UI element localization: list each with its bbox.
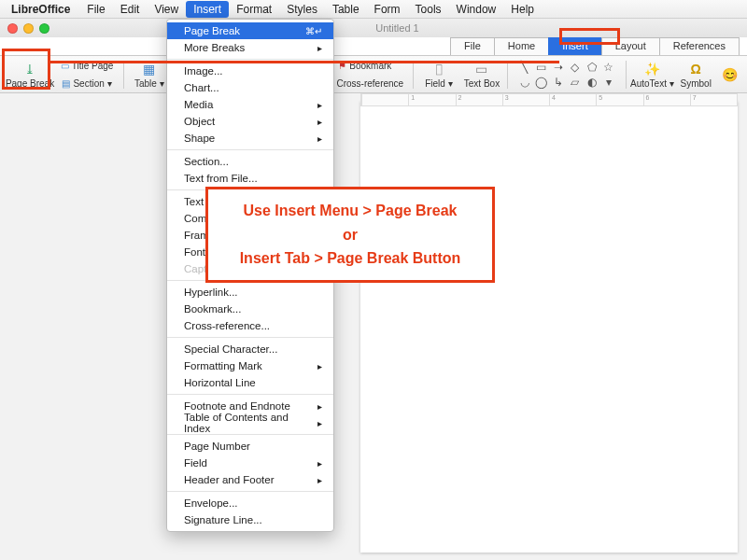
window-titlebar: Untitled 1 [0, 19, 747, 37]
shape-curve-icon[interactable]: ◡ [517, 76, 532, 89]
field-label: Field ▾ [425, 78, 452, 89]
table-label: Table ▾ [134, 78, 164, 89]
document-area: 1234567 [0, 93, 747, 560]
tab-file[interactable]: File [450, 37, 495, 55]
menu-item-bookmark[interactable]: Bookmark... [167, 301, 333, 317]
annotation-line2: or [221, 223, 479, 247]
annotation-callout: Use Insert Menu > Page Break or Insert T… [205, 187, 495, 283]
menu-item-media[interactable]: Media▸ [167, 96, 333, 113]
window-close-button[interactable] [7, 23, 18, 34]
separator [123, 61, 124, 89]
emoji-button[interactable]: 😊 [717, 58, 741, 91]
document-page[interactable]: 1234567 [360, 101, 738, 553]
menu-file[interactable]: File [79, 1, 112, 18]
annotation-line3: Insert Tab > Page Break Button [221, 246, 479, 271]
app-name: LibreOffice [11, 3, 70, 16]
menu-item-text-from-file[interactable]: Text from File... [167, 170, 333, 187]
menu-item-chart[interactable]: Chart... [167, 79, 333, 96]
shape-star-icon[interactable]: ☆ [601, 61, 616, 74]
separator [626, 61, 627, 89]
menu-item-image[interactable]: Image... [167, 63, 333, 79]
menu-item-field[interactable]: Field▸ [167, 455, 333, 471]
menu-item-more-breaks[interactable]: More Breaks▸ [167, 39, 333, 56]
menu-item-object[interactable]: Object▸ [167, 113, 333, 130]
autotext-icon: ✨ [643, 61, 660, 77]
menu-insert[interactable]: Insert [186, 1, 229, 18]
window-minimize-button[interactable] [23, 23, 34, 34]
menu-window[interactable]: Window [449, 1, 504, 18]
symbol-button[interactable]: Ω Symbol [674, 58, 717, 91]
menu-item-toc[interactable]: Table of Contents and Index▸ [167, 414, 333, 431]
section-label: Section ▾ [73, 78, 111, 89]
menu-item-signature[interactable]: Signature Line... [167, 511, 333, 528]
separator [413, 61, 414, 89]
menu-item-page-break[interactable]: Page Break⌘↵ [167, 22, 333, 39]
menu-item-horizontal-line[interactable]: Horizontal Line [167, 374, 333, 391]
horizontal-ruler[interactable]: 1234567 [360, 93, 738, 106]
menu-item-section[interactable]: Section... [167, 153, 333, 170]
annotation-line1: Use Insert Menu > Page Break [221, 199, 479, 223]
menu-table[interactable]: Table [325, 1, 367, 18]
shape-ellipse-icon[interactable]: ◯ [534, 76, 549, 89]
section-icon: ▤ [62, 78, 70, 89]
annotation-box-insert-tab [559, 28, 620, 45]
separator [507, 61, 508, 89]
menu-form[interactable]: Form [367, 1, 408, 18]
menu-item-envelope[interactable]: Envelope... [167, 495, 333, 511]
menu-item-formatting-mark[interactable]: Formatting Mark▸ [167, 357, 333, 374]
menu-edit[interactable]: Edit [113, 1, 148, 18]
autotext-button[interactable]: ✨ AutoText ▾ [629, 58, 674, 91]
title-page-button[interactable]: ▭ Title Page [54, 57, 120, 74]
shape-flow-icon[interactable]: ▱ [568, 76, 583, 89]
menu-help[interactable]: Help [503, 1, 542, 18]
cross-reference-label: Cross-reference [336, 78, 403, 89]
menu-view[interactable]: View [147, 1, 186, 18]
menu-item-header-footer[interactable]: Header and Footer▸ [167, 471, 333, 488]
menu-item-page-number[interactable]: Page Number [167, 438, 333, 455]
menu-format[interactable]: Format [229, 1, 279, 18]
shape-connector-icon[interactable]: ↳ [551, 76, 566, 89]
menu-item-special-character[interactable]: Special Character... [167, 341, 333, 357]
tab-home[interactable]: Home [494, 37, 549, 55]
symbol-label: Symbol [681, 78, 712, 89]
menu-item-shape[interactable]: Shape▸ [167, 130, 333, 147]
ribbon-tabs: File Home Insert Layout References [0, 37, 747, 56]
shape-more-icon[interactable]: ▾ [601, 76, 616, 89]
symbol-icon: Ω [687, 61, 704, 77]
emoji-icon: 😊 [721, 66, 738, 83]
shape-callout-icon[interactable]: ⬠ [585, 61, 599, 74]
section-button[interactable]: ▤ Section ▾ [54, 75, 120, 91]
autotext-label: AutoText ▾ [630, 78, 674, 89]
menu-item-hyperlink[interactable]: Hyperlink... [167, 284, 333, 301]
menu-tools[interactable]: Tools [408, 1, 449, 18]
window-title: Untitled 1 [55, 22, 740, 34]
menu-styles[interactable]: Styles [279, 1, 325, 18]
tab-references[interactable]: References [659, 37, 740, 55]
annotation-arrow [50, 61, 559, 63]
textbox-label: Text Box [464, 78, 500, 89]
shape-bubble-icon[interactable]: ◐ [585, 76, 599, 89]
shape-diamond-icon[interactable]: ◇ [568, 61, 583, 74]
menu-item-cross-reference[interactable]: Cross-reference... [167, 317, 333, 334]
macos-menubar: LibreOffice File Edit View Insert Format… [0, 0, 747, 19]
annotation-box-pagebreak-button [2, 49, 50, 90]
window-maximize-button[interactable] [39, 23, 49, 34]
